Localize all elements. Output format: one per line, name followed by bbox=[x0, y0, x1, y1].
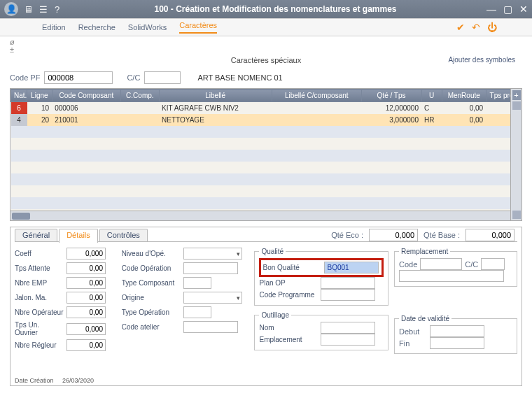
bon-qualite-input[interactable] bbox=[324, 262, 379, 273]
rempl-long-input[interactable] bbox=[399, 270, 504, 282]
undo-icon[interactable]: ↶ bbox=[472, 22, 480, 33]
code-atelier-input[interactable] bbox=[183, 321, 238, 333]
outil-emp-label: Emplacement bbox=[259, 336, 318, 343]
date-creation-value: 26/03/2020 bbox=[62, 377, 94, 384]
outil-nom-label: Nom bbox=[259, 324, 318, 332]
tab-controles[interactable]: Contrôles bbox=[99, 229, 148, 241]
table-row-empty[interactable] bbox=[11, 138, 522, 150]
table-scrollbar-h[interactable] bbox=[10, 211, 510, 220]
tps-un-input[interactable] bbox=[66, 323, 106, 335]
coeff-label: Coeff bbox=[15, 250, 64, 257]
th-libc[interactable]: Libellé C/composant bbox=[272, 90, 361, 102]
th-lib[interactable]: Libellé bbox=[159, 90, 272, 102]
th-nat[interactable]: Nat. bbox=[11, 90, 27, 102]
validite-fin-input[interactable] bbox=[430, 337, 484, 349]
footer-date: Date Création 26/03/2020 bbox=[15, 377, 94, 384]
cc-label: C/C bbox=[127, 73, 140, 82]
tps-attente-input[interactable] bbox=[66, 262, 106, 274]
codepf-input[interactable] bbox=[44, 71, 113, 84]
nbre-emp-input[interactable] bbox=[66, 277, 106, 289]
qte-row: Qté Eco : Qté Base : bbox=[331, 229, 514, 241]
code-op-label: Code Opération bbox=[122, 264, 181, 272]
monitor-icon[interactable]: 🖥 bbox=[24, 4, 34, 15]
menu-solidworks[interactable]: SolidWorks bbox=[128, 23, 167, 31]
th-code[interactable]: Code Composant bbox=[52, 90, 120, 102]
th-qte[interactable]: Qté / Tps bbox=[361, 90, 421, 102]
scroll-up-icon[interactable] bbox=[512, 101, 521, 110]
code-op-input[interactable] bbox=[183, 262, 238, 274]
detail-panel: Général Détails Contrôles Qté Eco : Qté … bbox=[10, 227, 522, 386]
rempl-cc-input[interactable] bbox=[481, 258, 505, 270]
jalon-label: Jalon. Ma. bbox=[15, 294, 64, 301]
table-row-empty[interactable] bbox=[11, 150, 522, 162]
tab-general[interactable]: Général bbox=[15, 229, 57, 241]
table-row-empty[interactable] bbox=[11, 126, 522, 138]
table-row[interactable]: 420210001NETTOYAGE3,000000HR0,000 bbox=[11, 114, 522, 126]
rempl-code-label: Code bbox=[399, 260, 417, 269]
type-comp-label: Type Composant bbox=[122, 279, 181, 287]
table-scrollbar-v[interactable]: + bbox=[510, 89, 522, 220]
chevron-down-icon: ▾ bbox=[237, 250, 240, 257]
add-row-button[interactable]: + bbox=[512, 90, 521, 100]
power-icon[interactable]: ⏻ bbox=[487, 22, 497, 33]
cc-input[interactable] bbox=[144, 71, 181, 84]
menu-recherche[interactable]: Recherche bbox=[78, 23, 115, 31]
niveau-label: Niveau d'Opé. bbox=[122, 250, 181, 257]
nbre-op-input[interactable] bbox=[66, 306, 106, 318]
th-men[interactable]: MenRoute bbox=[442, 90, 486, 102]
th-ccomp[interactable]: C.Comp. bbox=[121, 90, 159, 102]
maximize-icon[interactable]: ▢ bbox=[503, 3, 512, 15]
validite-fin-label: Fin bbox=[399, 339, 427, 348]
table-row-empty[interactable] bbox=[11, 197, 522, 209]
special-chars-title: Caractères spéciaux bbox=[231, 56, 301, 64]
outil-nom-input[interactable] bbox=[321, 322, 375, 334]
special-chars-header: Caractères spéciaux Ajouter des symboles bbox=[0, 56, 532, 69]
qte-base-label: Qté Base : bbox=[424, 231, 460, 239]
chevron-down-icon: ▾ bbox=[237, 294, 240, 301]
scroll-thumb-h[interactable] bbox=[12, 213, 30, 220]
type-ope-input[interactable] bbox=[183, 306, 211, 318]
check-icon[interactable]: ✔ bbox=[456, 22, 465, 33]
minimize-icon[interactable]: — bbox=[486, 3, 496, 15]
th-u[interactable]: U bbox=[421, 90, 442, 102]
validite-debut-label: Debut bbox=[399, 327, 427, 336]
tab-details[interactable]: Détails bbox=[59, 229, 98, 243]
table-row-empty[interactable] bbox=[11, 173, 522, 185]
rempl-cc-label: C/C bbox=[465, 260, 478, 269]
group-validite: Date de validité Debut Fin bbox=[394, 315, 517, 354]
menu-caracteres[interactable]: Caractères bbox=[179, 21, 217, 34]
add-symbols-link[interactable]: Ajouter des symboles bbox=[448, 56, 515, 64]
type-ope-label: Type Opération bbox=[122, 308, 181, 316]
coeff-input[interactable] bbox=[66, 248, 106, 260]
rempl-code-input[interactable] bbox=[420, 258, 462, 270]
type-comp-input[interactable] bbox=[183, 277, 211, 289]
jalon-input[interactable] bbox=[66, 292, 106, 304]
tps-attente-label: Tps Attente bbox=[15, 264, 64, 272]
nbre-reg-input[interactable] bbox=[66, 339, 106, 351]
sym-plusminus[interactable]: ± bbox=[10, 46, 15, 54]
header-row: Code PF C/C ART BASE NOMENC 01 bbox=[0, 69, 532, 87]
qualite-legend: Qualité bbox=[259, 248, 286, 255]
table-row-empty[interactable] bbox=[11, 162, 522, 173]
table-row-empty[interactable] bbox=[11, 185, 522, 197]
group-remplacement: Remplacement Code C/C bbox=[394, 248, 517, 287]
plan-op-input[interactable] bbox=[321, 277, 375, 289]
qte-eco-input[interactable] bbox=[369, 229, 418, 241]
th-ligne[interactable]: Ligne bbox=[27, 90, 52, 102]
niveau-select[interactable]: ▾ bbox=[183, 248, 242, 260]
origine-select[interactable]: ▾ bbox=[183, 292, 242, 304]
scroll-down-icon[interactable] bbox=[512, 211, 521, 219]
rempl-legend: Remplacement bbox=[399, 248, 450, 255]
col-left: Coeff Tps Attente Nbre EMP Jalon. Ma. Nb… bbox=[15, 248, 116, 357]
validite-debut-input[interactable] bbox=[430, 325, 484, 337]
help-icon[interactable]: ? bbox=[55, 4, 64, 15]
table-row[interactable]: 610000006KIT AGRAFE CWB NIV212,000000C0,… bbox=[11, 102, 522, 114]
menu-edition[interactable]: Edition bbox=[42, 23, 66, 31]
close-icon[interactable]: ✕ bbox=[519, 3, 528, 15]
qte-base-input[interactable] bbox=[465, 229, 514, 241]
date-creation-label: Date Création bbox=[15, 377, 54, 384]
outil-emp-input[interactable] bbox=[321, 334, 375, 346]
origine-label: Origine bbox=[122, 294, 181, 301]
tool-icon[interactable]: ☰ bbox=[39, 4, 49, 15]
code-prog-input[interactable] bbox=[321, 289, 375, 301]
